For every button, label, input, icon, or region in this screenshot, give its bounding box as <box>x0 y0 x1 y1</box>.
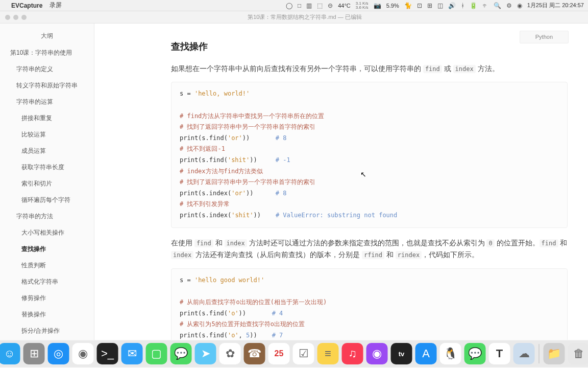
sidebar-item-11[interactable]: 大小写相关操作 <box>0 224 94 241</box>
dock-contacts[interactable]: ☎ <box>244 343 265 364</box>
menubar-network: 3.1 K/s 3.6 K/s <box>356 2 369 10</box>
siri-icon[interactable]: ◉ <box>517 2 522 9</box>
dock-calendar[interactable]: 25 <box>268 343 290 364</box>
menubar: EVCapture 录屏 ◯ □ ▥ ⬚ ⊖ 44°C 3.1 K/s 3.6 … <box>0 0 588 11</box>
toolbar-icon-8[interactable]: ◫ <box>437 2 443 9</box>
dock-photos[interactable]: ✿ <box>219 343 241 364</box>
dock-reminders[interactable]: ☑ <box>293 343 314 364</box>
sidebar-item-4[interactable]: 拼接和重复 <box>0 110 94 126</box>
heading-find: 查找操作 <box>171 39 568 55</box>
sidebar-item-14[interactable]: 格式化字符串 <box>0 273 94 290</box>
sidebar-item-0[interactable]: 第10课：字符串的使用 <box>0 44 94 61</box>
menubar-app-name[interactable]: EVCapture <box>11 2 42 9</box>
editor-window: 第10课：常用数据结构之字符串.md — 已编辑 大纲 第10课：字符串的使用字… <box>0 11 588 340</box>
sidebar-item-17[interactable]: 拆分/合并操作 <box>0 323 94 339</box>
menubar-datetime[interactable]: 1月25日 周二 20:24:57 <box>527 2 584 9</box>
code-find: find <box>423 65 442 73</box>
menubar-item-record[interactable]: 录屏 <box>50 1 62 10</box>
paragraph-1: 如果想在一个字符串中从前向后查找有没有另外一个字符串，可以使用字符串的 find… <box>171 63 568 75</box>
wifi-icon[interactable]: ᯤ <box>482 2 488 9</box>
volume-icon[interactable]: 🔊 <box>448 2 456 9</box>
dock-trash[interactable]: 🗑 <box>568 343 589 364</box>
dock-app1[interactable]: ☁ <box>513 343 535 364</box>
window-title: 第10课：常用数据结构之字符串.md — 已编辑 <box>27 13 583 21</box>
search-icon[interactable]: 🔍 <box>494 2 501 9</box>
dock-finder[interactable]: ☺ <box>0 343 20 364</box>
toolbar-icon-1[interactable]: ◯ <box>286 2 292 9</box>
dock-messages[interactable]: 💬 <box>170 343 192 364</box>
dock-safari[interactable]: ◎ <box>48 343 69 364</box>
dock-music[interactable]: ♫ <box>342 343 363 364</box>
code-block-1[interactable]: s = 'hello, world!' # find方法从字符串中查找另一个字符… <box>171 82 568 227</box>
document-content[interactable]: Python 查找操作 如果想在一个字符串中从前向后查找有没有另外一个字符串，可… <box>94 24 588 340</box>
toolbar-icon-5[interactable]: ⊖ <box>328 2 333 9</box>
dock-qq[interactable]: 🐧 <box>440 343 461 364</box>
dock-facetime[interactable]: ▢ <box>146 343 167 364</box>
code-block-2[interactable]: s = 'hello good world!' # 从前向后查找字符o出现的位置… <box>171 268 568 340</box>
dock-tv[interactable]: tv <box>391 343 412 364</box>
dock-notes[interactable]: ≡ <box>317 343 339 364</box>
sidebar-item-9[interactable]: 循环遍历每个字符 <box>0 192 94 208</box>
sidebar-item-1[interactable]: 字符串的定义 <box>0 61 94 77</box>
camera-icon[interactable]: 📷 <box>374 2 381 9</box>
zoom-button[interactable] <box>21 15 27 20</box>
menubar-battery-pct: 5.9% <box>386 3 399 9</box>
toolbar-icon-7[interactable]: ⊞ <box>427 2 432 9</box>
control-center-icon[interactable]: ⚙ <box>506 2 512 9</box>
paragraph-2: 在使用 find 和 index 方法时还可以通过方法的参数来指定查找的范围，也… <box>171 237 568 262</box>
sidebar-item-18[interactable]: 编码/解码操作 <box>0 339 94 340</box>
sidebar-item-13[interactable]: 性质判断 <box>0 257 94 273</box>
toolbar-icon-2[interactable]: □ <box>298 2 301 9</box>
toolbar-icon-3[interactable]: ▥ <box>306 2 312 9</box>
dock-launchpad[interactable]: ⊞ <box>23 343 45 364</box>
sidebar-item-10[interactable]: 字符串的方法 <box>0 208 94 224</box>
sidebar-item-2[interactable]: 转义字符和原始字符串 <box>0 77 94 94</box>
dock-appstore[interactable]: A <box>415 343 437 364</box>
dock-folder[interactable]: 📁 <box>544 343 565 364</box>
sidebar-item-3[interactable]: 字符串的运算 <box>0 94 94 110</box>
dock-podcasts[interactable]: ◉ <box>366 343 388 364</box>
dock: ☺⊞◎◉>_✉▢💬➤✿☎25☑≡♫◉tvA🐧💬T☁ 📁🗑 <box>0 340 588 367</box>
sidebar-title: 大纲 <box>0 30 94 44</box>
sidebar-item-5[interactable]: 比较运算 <box>0 126 94 143</box>
sidebar-item-16[interactable]: 替换操作 <box>0 306 94 323</box>
sidebar-item-7[interactable]: 获取字符串长度 <box>0 159 94 175</box>
bluetooth-icon[interactable]: ᚼ <box>461 2 464 9</box>
close-button[interactable] <box>5 15 10 20</box>
dock-typora[interactable]: T <box>489 343 510 364</box>
sidebar-item-6[interactable]: 成员运算 <box>0 143 94 159</box>
dock-maps[interactable]: ➤ <box>195 343 216 364</box>
dock-terminal[interactable]: >_ <box>97 343 118 364</box>
sidebar-item-15[interactable]: 修剪操作 <box>0 290 94 306</box>
outline-sidebar[interactable]: 大纲 第10课：字符串的使用字符串的定义转义字符和原始字符串字符串的运算拼接和重… <box>0 24 94 340</box>
toolbar-icon-6[interactable]: ⊡ <box>417 2 422 9</box>
cat-icon[interactable]: 🐈 <box>404 2 412 9</box>
minimize-button[interactable] <box>13 15 18 20</box>
window-titlebar[interactable]: 第10课：常用数据结构之字符串.md — 已编辑 <box>0 11 588 24</box>
menubar-temp: 44°C <box>338 3 351 9</box>
language-badge[interactable]: Python <box>520 31 569 43</box>
dock-mail[interactable]: ✉ <box>121 343 143 364</box>
dock-separator <box>539 344 540 363</box>
sidebar-item-8[interactable]: 索引和切片 <box>0 175 94 192</box>
code-index: index <box>453 65 476 73</box>
dock-wechat[interactable]: 💬 <box>464 343 486 364</box>
sidebar-item-12[interactable]: 查找操作 <box>0 241 94 257</box>
battery-icon[interactable]: 🔋 <box>470 2 477 9</box>
toolbar-icon-4[interactable]: ⬚ <box>317 2 323 9</box>
dock-chrome[interactable]: ◉ <box>72 343 94 364</box>
